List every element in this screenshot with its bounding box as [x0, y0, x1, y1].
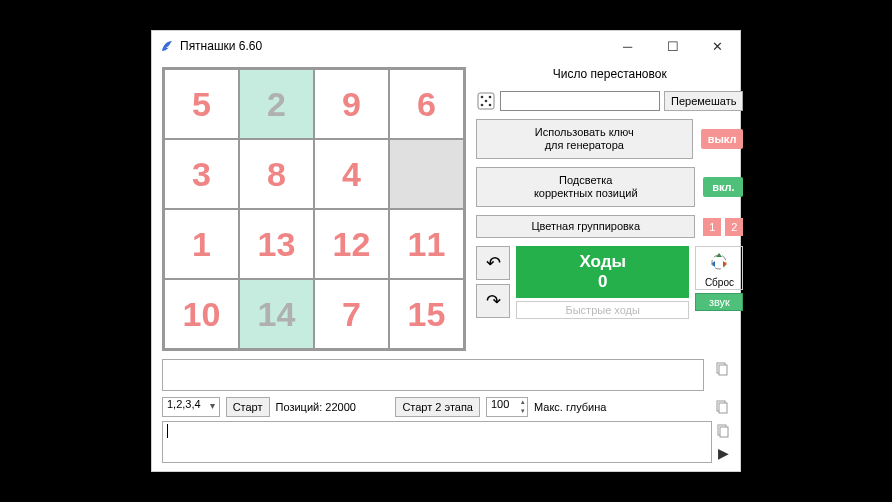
copy-icon-1[interactable]: [714, 361, 730, 377]
tile-8[interactable]: 8: [239, 139, 314, 209]
undo-button[interactable]: ↶: [476, 246, 510, 280]
tile-11[interactable]: 11: [389, 209, 464, 279]
tile-2[interactable]: 2: [239, 69, 314, 139]
use-key-button[interactable]: Использовать ключ для генератора: [476, 119, 693, 159]
svg-rect-12: [720, 427, 728, 437]
key-status-badge[interactable]: выкл: [701, 129, 744, 149]
play-button[interactable]: ▶: [718, 445, 729, 461]
permutations-input[interactable]: [500, 91, 660, 111]
start-button[interactable]: Старт: [226, 397, 270, 417]
window-title: Пятнашки 6.60: [180, 39, 262, 53]
svg-rect-8: [719, 365, 727, 375]
tile-5[interactable]: 5: [164, 69, 239, 139]
depth-spinner[interactable]: 100: [486, 397, 528, 417]
tile-7[interactable]: 7: [314, 279, 389, 349]
dice-icon: [476, 91, 496, 111]
positions-label: Позиций: 22000: [276, 401, 356, 413]
svg-point-1: [481, 96, 484, 99]
highlight-button[interactable]: Подсветка корректных позиций: [476, 167, 695, 207]
svg-point-3: [485, 100, 488, 103]
recycle-icon: [696, 250, 742, 276]
right-panel: Число перестановок Перемешать Использова…: [476, 67, 743, 351]
tile-13[interactable]: 13: [239, 209, 314, 279]
start-stage2-button[interactable]: Старт 2 этапа: [395, 397, 480, 417]
mode-select[interactable]: 1,2,3,4: [162, 397, 220, 417]
tile-4[interactable]: 4: [314, 139, 389, 209]
minimize-button[interactable]: ─: [605, 31, 650, 61]
moves-counter: Ходы 0: [516, 246, 689, 298]
tile-15[interactable]: 15: [389, 279, 464, 349]
maximize-button[interactable]: ☐: [650, 31, 695, 61]
close-button[interactable]: ✕: [695, 31, 740, 61]
titlebar: Пятнашки 6.60 ─ ☐ ✕: [152, 31, 740, 61]
output-textbox-1[interactable]: [162, 359, 704, 391]
puzzle-board-wrap: 529638411312111014715: [162, 67, 466, 351]
moves-label: Ходы: [520, 252, 685, 272]
tile-12[interactable]: 12: [314, 209, 389, 279]
shuffle-button[interactable]: Перемешать: [664, 91, 743, 111]
group-2-badge[interactable]: 2: [725, 218, 743, 236]
svg-rect-10: [719, 403, 727, 413]
tile-empty: [389, 139, 464, 209]
tile-10[interactable]: 10: [164, 279, 239, 349]
permutations-label: Число перестановок: [476, 67, 743, 81]
tile-14[interactable]: 14: [239, 279, 314, 349]
group-1-badge[interactable]: 1: [703, 218, 721, 236]
puzzle-board: 529638411312111014715: [162, 67, 466, 351]
highlight-status-badge[interactable]: вкл.: [703, 177, 743, 197]
reset-button[interactable]: Сброс: [695, 246, 743, 290]
svg-point-2: [489, 96, 492, 99]
reset-label: Сброс: [705, 277, 734, 288]
tile-3[interactable]: 3: [164, 139, 239, 209]
copy-icon-2[interactable]: [714, 399, 730, 415]
bottom-controls: 1,2,3,4 Старт Позиций: 22000 Старт 2 эта…: [152, 391, 740, 417]
tile-6[interactable]: 6: [389, 69, 464, 139]
max-depth-label: Макс. глубина: [534, 401, 606, 413]
tile-9[interactable]: 9: [314, 69, 389, 139]
svg-point-5: [489, 104, 492, 107]
output-textbox-2[interactable]: [162, 421, 712, 463]
redo-button[interactable]: ↷: [476, 284, 510, 318]
sound-button[interactable]: звук: [695, 293, 743, 311]
app-window: Пятнашки 6.60 ─ ☐ ✕ 52963841131211101471…: [151, 30, 741, 472]
moves-count: 0: [520, 272, 685, 292]
fast-moves-button[interactable]: Быстрые ходы: [516, 301, 689, 319]
app-icon: [160, 39, 174, 53]
copy-icon-3[interactable]: [715, 423, 731, 439]
svg-point-4: [481, 104, 484, 107]
tile-1[interactable]: 1: [164, 209, 239, 279]
color-group-button[interactable]: Цветная группировка: [476, 215, 695, 238]
